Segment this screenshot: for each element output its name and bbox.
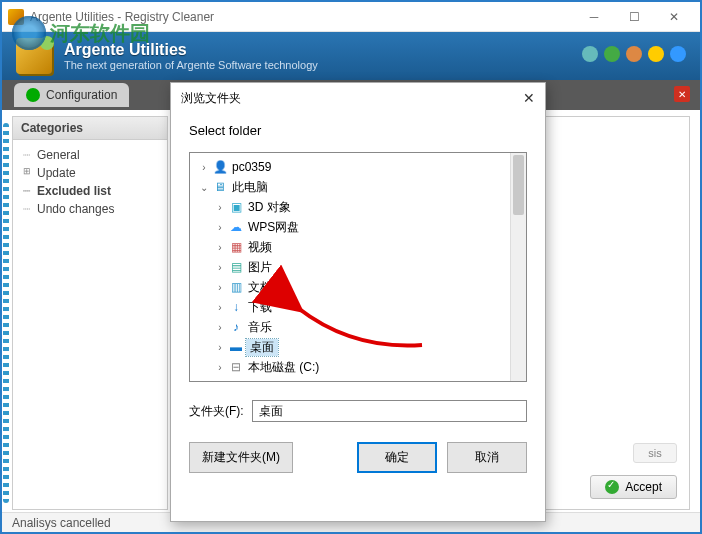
dialog-close-button[interactable]: ✕ [523, 90, 535, 106]
ok-button[interactable]: 确定 [357, 442, 437, 473]
scrollbar[interactable] [510, 153, 526, 381]
folder-input-row: 文件夹(F): [189, 400, 527, 422]
minimize-button[interactable]: ─ [574, 6, 614, 28]
scrollbar-thumb[interactable] [513, 155, 524, 215]
tree-node-3d[interactable]: ▣3D 对象 [190, 197, 526, 217]
pic-icon: ▤ [228, 259, 244, 275]
dialog-titlebar: 浏览文件夹 ✕ [171, 83, 545, 113]
tree-node-label: 3D 对象 [246, 199, 291, 216]
sidebar-item-update[interactable]: Update [17, 164, 163, 182]
app-icon [8, 9, 24, 25]
accept-label: Accept [625, 480, 662, 494]
info-icon[interactable] [670, 46, 686, 62]
doc-icon: ▥ [228, 279, 244, 295]
chevron-icon[interactable] [214, 362, 226, 373]
desk-icon: ▬ [228, 339, 244, 355]
tree-node-pic[interactable]: ▤图片 [190, 257, 526, 277]
chevron-icon[interactable] [214, 322, 226, 333]
browse-folder-dialog: 浏览文件夹 ✕ Select folder 👤pc0359🖥此电脑▣3D 对象☁… [170, 82, 546, 522]
chevron-icon[interactable] [214, 282, 226, 293]
dialog-title: 浏览文件夹 [181, 90, 241, 107]
maximize-button[interactable]: ☐ [614, 6, 654, 28]
cloud-icon: ☁ [228, 219, 244, 235]
user-icon: 👤 [212, 159, 228, 175]
tree-node-label: pc0359 [230, 160, 271, 174]
folder-input[interactable] [252, 400, 527, 422]
dialog-button-row: 新建文件夹(M) 确定 取消 [189, 442, 527, 473]
dl-icon: ↓ [228, 299, 244, 315]
gear-icon [26, 88, 40, 102]
close-button[interactable]: ✕ [654, 6, 694, 28]
3d-icon: ▣ [228, 199, 244, 215]
tree-node-dl[interactable]: ↓下载 [190, 297, 526, 317]
dialog-heading: Select folder [171, 113, 545, 146]
chevron-icon[interactable] [214, 242, 226, 253]
banner-title: Argente Utilities [64, 41, 318, 59]
tab-close-button[interactable]: ✕ [674, 86, 690, 102]
banner-toolbar [582, 46, 686, 62]
tree-node-label: 文档 [246, 279, 272, 296]
tree-node-label: 本地磁盘 (C:) [246, 359, 319, 376]
new-folder-button[interactable]: 新建文件夹(M) [189, 442, 293, 473]
accept-button[interactable]: Accept [590, 475, 677, 499]
tree-node-user[interactable]: 👤pc0359 [190, 157, 526, 177]
sidebar: Categories General Update Excluded list … [12, 116, 168, 510]
chevron-icon[interactable] [198, 162, 210, 173]
tab-label: Configuration [46, 88, 117, 102]
chevron-icon[interactable] [214, 342, 226, 353]
chevron-icon[interactable] [214, 262, 226, 273]
tree-node-doc[interactable]: ▥文档 [190, 277, 526, 297]
banner-subtitle: The next generation of Argente Software … [64, 59, 318, 71]
star-icon[interactable] [648, 46, 664, 62]
app-banner: Argente Utilities The next generation of… [2, 32, 700, 80]
tree-node-desk[interactable]: ▬桌面 [190, 337, 526, 357]
chevron-icon[interactable] [214, 302, 226, 313]
status-text: Analisys cancelled [12, 516, 111, 530]
sidebar-item-general[interactable]: General [17, 146, 163, 164]
music-icon: ♪ [228, 319, 244, 335]
titlebar: Argente Utilities - Registry Cleaner ─ ☐… [2, 2, 700, 32]
sidebar-tree: General Update Excluded list Undo change… [13, 140, 167, 224]
check-icon [605, 480, 619, 494]
window-title: Argente Utilities - Registry Cleaner [30, 10, 214, 24]
tree-node-cloud[interactable]: ☁WPS网盘 [190, 217, 526, 237]
tree-node-label: WPS网盘 [246, 219, 299, 236]
sidebar-header: Categories [13, 117, 167, 140]
tree-node-label: 桌面 [246, 339, 278, 356]
tree-node-label: 下载 [246, 299, 272, 316]
chevron-icon[interactable] [214, 202, 226, 213]
disk-icon: ⊟ [228, 359, 244, 375]
folder-tree: 👤pc0359🖥此电脑▣3D 对象☁WPS网盘▦视频▤图片▥文档↓下载♪音乐▬桌… [189, 152, 527, 382]
tree-node-video[interactable]: ▦视频 [190, 237, 526, 257]
tree-node-label: 视频 [246, 239, 272, 256]
banner-app-icon [16, 38, 52, 74]
folder-label: 文件夹(F): [189, 403, 244, 420]
sidebar-item-excluded-list[interactable]: Excluded list [17, 182, 163, 200]
tree-node-label: 音乐 [246, 319, 272, 336]
tree-node-pc[interactable]: 🖥此电脑 [190, 177, 526, 197]
cancel-button[interactable]: 取消 [447, 442, 527, 473]
home-icon[interactable] [626, 46, 642, 62]
sidebar-stripe-icon [3, 123, 9, 503]
refresh-icon[interactable] [604, 46, 620, 62]
tab-configuration[interactable]: Configuration [14, 83, 129, 107]
sidebar-item-undo-changes[interactable]: Undo changes [17, 200, 163, 218]
chevron-icon[interactable] [198, 182, 210, 193]
truncated-button[interactable]: sis [633, 443, 677, 463]
tree-node-label: 此电脑 [230, 179, 268, 196]
tree-node-label: 图片 [246, 259, 272, 276]
tree-node-music[interactable]: ♪音乐 [190, 317, 526, 337]
globe-icon[interactable] [582, 46, 598, 62]
pc-icon: 🖥 [212, 179, 228, 195]
video-icon: ▦ [228, 239, 244, 255]
tree-node-disk[interactable]: ⊟本地磁盘 (C:) [190, 357, 526, 377]
chevron-icon[interactable] [214, 222, 226, 233]
